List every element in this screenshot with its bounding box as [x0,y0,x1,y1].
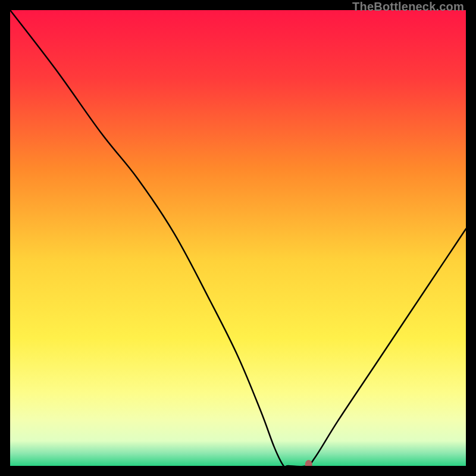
gradient-background [10,10,466,466]
chart-frame [10,10,466,466]
watermark-text: TheBottleneck.com [352,0,464,14]
chart-canvas [10,10,466,466]
